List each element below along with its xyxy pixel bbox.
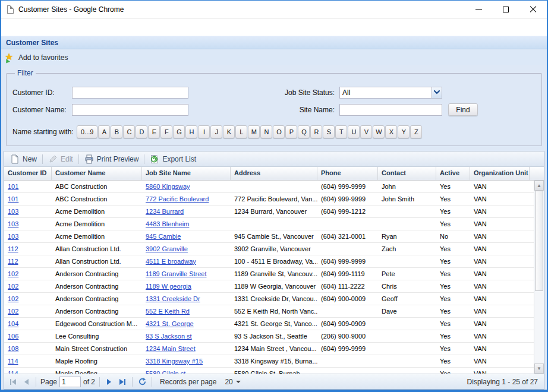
letter-button-E[interactable]: E	[148, 125, 160, 138]
job-site-name-cell[interactable]: 1234 Main Street	[142, 343, 231, 355]
table-row[interactable]: 112Allan Construction Ltd.4511 E broadwa…	[4, 255, 534, 268]
table-row[interactable]: 104Edgewood Construction M...4321 St. Ge…	[4, 318, 534, 330]
letter-button-Y[interactable]: Y	[398, 125, 410, 138]
export-list-button[interactable]: Export List	[146, 153, 200, 166]
job-site-name-link[interactable]: 4511 E broadway	[146, 258, 196, 265]
job-site-name-link[interactable]: 1189 W georgia	[146, 283, 191, 290]
customer-id-link[interactable]: 101	[8, 183, 18, 190]
customer-id-cell[interactable]: 101	[4, 181, 52, 192]
table-row[interactable]: 102Anderson Contracting1189 W georgia118…	[4, 280, 534, 293]
job-site-name-cell[interactable]: 945 Cambie	[142, 230, 231, 242]
maximize-button[interactable]	[492, 1, 519, 18]
print-preview-button[interactable]: Print Preview	[81, 153, 143, 166]
customer-id-cell[interactable]: 102	[4, 305, 52, 317]
records-per-page-select[interactable]: 20	[225, 378, 240, 386]
new-button[interactable]: New	[7, 153, 40, 166]
letter-button-C[interactable]: C	[123, 125, 135, 138]
job-site-name-cell[interactable]: 4483 Blenheim	[142, 218, 231, 230]
letter-button-F[interactable]: F	[160, 125, 172, 138]
dropdown-trigger[interactable]	[432, 87, 442, 98]
customer-id-cell[interactable]: 108	[4, 343, 52, 355]
job-site-name-cell[interactable]: 552 E Keith Rd	[142, 305, 231, 317]
customer-id-cell[interactable]: 103	[4, 218, 52, 230]
customer-id-cell[interactable]: 102	[4, 280, 52, 292]
customer-id-link[interactable]: 102	[8, 295, 18, 302]
customer-id-link[interactable]: 114	[8, 358, 18, 365]
letter-button-X[interactable]: X	[385, 125, 397, 138]
scroll-up-icon[interactable]: ▲	[534, 181, 544, 191]
table-row[interactable]: 101ABC Construction5860 Kingsway(604) 99…	[4, 181, 534, 193]
minimize-button[interactable]	[465, 1, 492, 18]
table-row[interactable]: 108Main Street Construction1234 Main Str…	[4, 343, 534, 355]
letter-button-H[interactable]: H	[185, 125, 197, 138]
letter-button-N[interactable]: N	[260, 125, 272, 138]
letter-button-B[interactable]: B	[111, 125, 122, 138]
vertical-scrollbar[interactable]: ▲ ▼	[534, 181, 544, 374]
letter-button-Q[interactable]: Q	[298, 125, 310, 138]
customer-id-cell[interactable]: 102	[4, 293, 52, 305]
customer-id-cell[interactable]: 104	[4, 318, 52, 330]
letter-button-K[interactable]: K	[223, 125, 235, 138]
letter-button-A[interactable]: A	[98, 125, 110, 138]
letter-button-T[interactable]: T	[335, 125, 347, 138]
customer-id-cell[interactable]: 112	[4, 255, 52, 267]
job-site-name-cell[interactable]: 1234 Burrard	[142, 206, 231, 217]
site-name-input[interactable]	[339, 104, 442, 116]
letter-button-O[interactable]: O	[273, 125, 285, 138]
table-row[interactable]: 106Lee Consulting93 S Jackson st93 S Jac…	[4, 330, 534, 343]
find-button[interactable]: Find	[448, 103, 478, 116]
scrollbar-track[interactable]	[534, 191, 544, 363]
job-site-name-link[interactable]: 552 E Keith Rd	[146, 308, 190, 315]
column-header[interactable]: Phone	[317, 167, 378, 180]
letter-button-J[interactable]: J	[210, 125, 222, 138]
favorites-bar[interactable]: ★ Add to favorites	[1, 49, 547, 65]
customer-id-cell[interactable]: 101	[4, 193, 52, 205]
close-button[interactable]	[519, 1, 547, 18]
column-header[interactable]: Customer ID	[4, 167, 52, 180]
job-site-name-cell[interactable]: 5860 Kingsway	[142, 181, 231, 192]
job-site-name-link[interactable]: 1234 Burrard	[146, 208, 184, 215]
job-site-name-link[interactable]: 3902 Granville	[146, 245, 188, 252]
column-header[interactable]: Contact	[378, 167, 436, 180]
letter-button-Z[interactable]: Z	[410, 125, 422, 138]
job-site-name-link[interactable]: 772 Pacific Boulevard	[146, 195, 209, 203]
customer-id-cell[interactable]: 103	[4, 206, 52, 217]
job-site-name-link[interactable]: 4483 Blenheim	[146, 220, 189, 227]
customer-id-link[interactable]: 101	[8, 195, 18, 203]
letter-button-G[interactable]: G	[173, 125, 185, 138]
job-site-name-cell[interactable]: 93 S Jackson st	[142, 330, 231, 342]
customer-id-link[interactable]: 104	[8, 320, 18, 327]
customer-id-link[interactable]: 102	[8, 308, 18, 315]
customer-id-link[interactable]: 102	[8, 270, 18, 277]
job-site-name-cell[interactable]: 4511 E broadway	[142, 255, 231, 267]
job-site-name-link[interactable]: 1234 Main Street	[146, 345, 196, 352]
table-row[interactable]: 102Anderson Contracting1331 Creekside Dr…	[4, 293, 534, 305]
customer-id-cell[interactable]: 114	[4, 368, 52, 374]
customer-name-input[interactable]	[72, 104, 188, 116]
table-row[interactable]: 103Acme Demolition945 Cambie945 Cambie S…	[4, 230, 534, 243]
job-site-name-cell[interactable]: 1331 Creekside Dr	[142, 293, 231, 305]
table-row[interactable]: 103Acme Demolition4483 BlenheimYesVAN	[4, 218, 534, 230]
customer-id-link[interactable]: 112	[8, 245, 18, 252]
letter-button-W[interactable]: W	[373, 125, 385, 138]
job-site-name-link[interactable]: 1189 Granville Street	[146, 270, 207, 277]
customer-id-link[interactable]: 108	[8, 345, 18, 352]
letter-button-R[interactable]: R	[310, 125, 322, 138]
column-header[interactable]: Address	[231, 167, 317, 180]
job-site-name-link[interactable]: 5860 Kingsway	[146, 183, 190, 190]
letter-button-09[interactable]: 0...9	[77, 125, 97, 138]
column-header[interactable]: Active	[436, 167, 470, 180]
job-site-name-link[interactable]: 93 S Jackson st	[146, 333, 192, 340]
job-site-name-cell[interactable]: 5580 Gilpin st	[142, 368, 231, 374]
job-site-name-link[interactable]: 945 Cambie	[146, 233, 181, 240]
table-row[interactable]: 102Anderson Contracting1189 Granville St…	[4, 268, 534, 280]
letter-button-V[interactable]: V	[360, 125, 372, 138]
table-row[interactable]: 114Maple Roofing3318 Kingsway #153318 Ki…	[4, 355, 534, 368]
column-header[interactable]: Organization Unit	[470, 167, 530, 180]
next-page-button[interactable]	[104, 377, 115, 387]
job-site-name-cell[interactable]: 1189 W georgia	[142, 280, 231, 292]
customer-id-link[interactable]: 112	[8, 258, 18, 265]
column-header[interactable]: Customer Name	[52, 167, 142, 180]
job-site-name-cell[interactable]: 4321 St. George	[142, 318, 231, 330]
job-site-name-cell[interactable]: 3318 Kingsway #15	[142, 355, 231, 367]
